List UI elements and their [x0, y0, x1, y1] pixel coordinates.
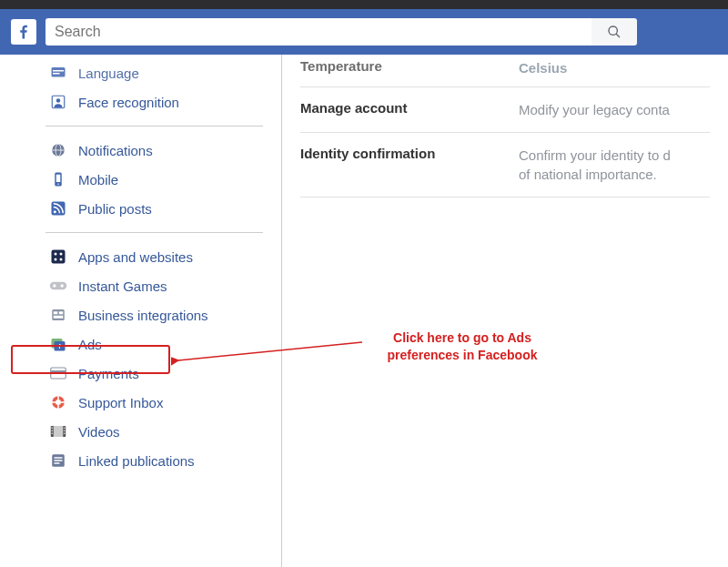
sidebar-item-videos[interactable]: Videos [46, 417, 263, 446]
sidebar-item-apps-websites[interactable]: Apps and websites [46, 242, 263, 271]
linked-icon [49, 451, 67, 470]
svg-rect-37 [54, 426, 64, 437]
svg-point-16 [55, 258, 57, 261]
svg-rect-22 [54, 311, 58, 314]
sidebar-item-label: Payments [78, 366, 139, 381]
svg-rect-34 [52, 401, 56, 403]
svg-rect-28 [51, 368, 66, 379]
face-icon [49, 93, 67, 111]
setting-value: Confirm your identity to d of national i… [519, 146, 671, 184]
svg-rect-32 [57, 396, 59, 400]
svg-point-20 [61, 284, 64, 287]
sidebar-item-label: Ads [78, 337, 102, 352]
divider [46, 232, 263, 233]
svg-rect-38 [52, 428, 54, 430]
svg-point-19 [53, 284, 56, 287]
svg-rect-9 [56, 175, 61, 182]
svg-point-15 [60, 253, 63, 256]
sidebar-item-ads[interactable]: f Ads [46, 329, 263, 359]
sidebar-item-instant-games[interactable]: Instant Games [46, 271, 263, 300]
sidebar-item-label: Linked publications [78, 453, 195, 469]
apps-icon [49, 248, 67, 266]
sidebar-item-mobile[interactable]: Mobile [46, 165, 263, 194]
setting-row-identity-confirmation[interactable]: Identity confirmation Confirm your ident… [300, 133, 710, 197]
main: Temperature Celsius Manage account Modif… [282, 55, 728, 567]
svg-rect-42 [64, 430, 66, 432]
sidebar-item-payments[interactable]: Payments [46, 359, 263, 388]
divider [46, 126, 263, 127]
sidebar-item-label: Videos [78, 424, 120, 440]
sidebar: Language Face recognition Notifications … [0, 55, 282, 567]
svg-rect-33 [57, 405, 59, 410]
ads-icon: f [49, 335, 67, 353]
sidebar-item-label: Language [78, 66, 139, 81]
setting-value: Modify your legacy conta [519, 100, 670, 119]
svg-point-14 [55, 253, 57, 256]
sidebar-item-label: Instant Games [78, 278, 167, 294]
setting-label: Manage account [300, 100, 519, 119]
sidebar-item-notifications[interactable]: Notifications [46, 136, 263, 165]
rss-icon [49, 199, 67, 218]
svg-rect-40 [52, 433, 54, 435]
svg-rect-39 [52, 430, 54, 432]
facebook-icon [15, 24, 32, 40]
svg-rect-47 [55, 462, 60, 464]
svg-rect-29 [51, 370, 66, 372]
games-icon [49, 277, 67, 295]
svg-rect-45 [55, 457, 63, 459]
svg-rect-43 [64, 433, 66, 435]
svg-rect-0 [52, 67, 66, 77]
svg-rect-1 [53, 70, 64, 72]
svg-point-17 [60, 258, 63, 261]
content: Language Face recognition Notifications … [0, 55, 728, 567]
setting-value: Celsius [519, 58, 567, 77]
sidebar-item-label: Support Inbox [78, 395, 163, 410]
svg-rect-46 [55, 460, 63, 461]
svg-point-12 [54, 210, 56, 213]
search-icon [607, 25, 622, 39]
svg-rect-13 [52, 250, 66, 264]
svg-point-31 [56, 400, 61, 405]
svg-rect-18 [50, 282, 66, 289]
videos-icon [49, 422, 67, 440]
svg-rect-23 [59, 311, 64, 314]
svg-point-10 [57, 184, 59, 186]
setting-label: Temperature [300, 58, 519, 77]
sidebar-item-label: Public posts [78, 201, 152, 217]
sidebar-item-label: Notifications [78, 143, 153, 158]
facebook-logo[interactable] [11, 19, 36, 45]
svg-rect-35 [61, 401, 66, 403]
mobile-icon [49, 170, 67, 188]
sidebar-item-label: Business integrations [78, 308, 208, 323]
language-icon [49, 64, 67, 82]
sidebar-item-language[interactable]: Language [46, 58, 263, 87]
sidebar-item-face-recognition[interactable]: Face recognition [46, 87, 263, 116]
support-icon [49, 393, 67, 411]
sidebar-item-support-inbox[interactable]: Support Inbox [46, 388, 263, 417]
search-button[interactable] [592, 18, 637, 46]
search-wrap [46, 18, 637, 46]
sidebar-item-linked-publications[interactable]: Linked publications [46, 446, 263, 475]
sidebar-item-public-posts[interactable]: Public posts [46, 194, 263, 223]
header [0, 9, 728, 55]
setting-row-temperature[interactable]: Temperature Celsius [300, 55, 710, 86]
payments-icon [49, 364, 67, 382]
svg-rect-2 [53, 73, 60, 75]
sidebar-item-label: Face recognition [78, 95, 179, 110]
browser-top-bar [0, 0, 728, 9]
sidebar-item-label: Mobile [78, 172, 118, 187]
business-icon [49, 306, 67, 324]
svg-rect-41 [64, 428, 66, 430]
svg-rect-21 [52, 309, 65, 320]
globe-icon [49, 141, 67, 159]
sidebar-item-business-integrations[interactable]: Business integrations [46, 300, 263, 329]
search-input[interactable] [46, 18, 592, 46]
setting-row-manage-account[interactable]: Manage account Modify your legacy conta [300, 86, 710, 133]
svg-rect-24 [54, 316, 64, 319]
setting-label: Identity confirmation [300, 146, 519, 184]
sidebar-item-label: Apps and websites [78, 249, 193, 265]
svg-point-4 [56, 98, 61, 103]
